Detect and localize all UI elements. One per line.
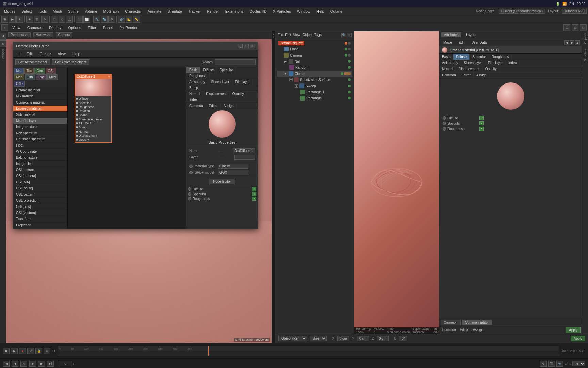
attr-roughness-check[interactable]: ✓ <box>479 127 484 131</box>
sidebar-icon-browser[interactable]: B <box>0 40 6 47</box>
ne-props-tab-bump[interactable]: Bump <box>186 85 201 91</box>
port-diffuse[interactable]: Diffuse <box>76 97 111 101</box>
menu-select[interactable]: Select <box>19 9 35 14</box>
ne-tab-gen[interactable]: Gen <box>34 68 45 74</box>
attr-forward-icon[interactable]: ▶ <box>570 40 574 45</box>
menu-cycles4d[interactable]: Cycles 4D <box>247 9 270 14</box>
ne-tab-tex[interactable]: Tex <box>24 68 34 74</box>
menu-character[interactable]: Character <box>122 9 144 14</box>
port-normal[interactable]: Normal <box>76 129 111 134</box>
ghost-btn[interactable]: ○ <box>44 348 50 354</box>
list-osl-texture[interactable]: OSL texture <box>13 167 67 173</box>
view-menu-prorender[interactable]: ProRender <box>117 25 140 30</box>
tree-expand-sweep[interactable]: ▼ <box>295 84 298 88</box>
attr-tab-basic[interactable]: Basic <box>439 54 453 60</box>
view-menu[interactable]: View <box>293 33 300 37</box>
menu-mesh[interactable]: Mesh <box>50 9 65 14</box>
specular-radio[interactable] <box>188 192 191 196</box>
view-menu-view[interactable]: View <box>10 25 23 30</box>
list-layered-material[interactable]: Layered material <box>13 106 67 112</box>
list-image-tiles[interactable]: Image tiles <box>13 161 67 167</box>
tree-null[interactable]: ▶ Null <box>277 58 352 64</box>
tree-plane[interactable]: Plane <box>277 46 352 52</box>
ne-props-tab-normal[interactable]: Normal <box>186 91 203 97</box>
ne-props-tab-basic[interactable]: Basic <box>186 67 200 73</box>
transport-play-rev[interactable]: ◁ <box>20 361 27 367</box>
transport-play-fwd[interactable]: ▶ <box>29 361 36 367</box>
attr-up-icon[interactable]: ▲ <box>575 40 580 45</box>
ne-tab-map[interactable]: Map <box>14 74 24 80</box>
tool-icon-13[interactable]: 🔩 <box>101 16 108 23</box>
menu-tracker[interactable]: Tracker <box>185 9 203 14</box>
sidebar-structure-label[interactable]: Structure <box>583 48 588 62</box>
list-rgb-spectrum[interactable]: Rgb spectrum <box>13 130 67 136</box>
list-osl-noise[interactable]: OSL[noise] <box>13 185 67 191</box>
tags-menu[interactable]: Tags <box>314 33 322 37</box>
get-active-tag-btn[interactable]: Get Active tag/object <box>52 59 89 65</box>
attr-tab-opacity[interactable]: Opacity <box>483 66 500 72</box>
tree-octane-rig-pro[interactable]: Octane Rig Pro <box>277 40 352 46</box>
tree-sweep[interactable]: ▼ Sweep <box>277 83 352 89</box>
attr-tab-sheen[interactable]: Sheen layer <box>461 60 485 66</box>
object-menu[interactable]: Object <box>303 33 312 37</box>
menu-volume[interactable]: Volume <box>82 9 100 14</box>
port-specular[interactable]: Specular <box>76 101 111 105</box>
menu-xparticles[interactable]: X-Particles <box>270 9 294 14</box>
view-menu-cameras[interactable]: Cameras <box>24 25 45 30</box>
ne-menu-view[interactable]: View <box>55 51 68 56</box>
tool-icon-9[interactable]: △ <box>66 16 73 23</box>
attr-diffuse-check[interactable]: ✓ <box>479 116 484 120</box>
transport-prev-frame[interactable]: ◀ <box>12 361 18 367</box>
list-sub-material[interactable]: Sub material <box>13 112 67 118</box>
ne-props-tab-film[interactable]: Film layer <box>232 79 253 85</box>
ne-props-tab-common[interactable]: Common <box>186 103 206 109</box>
view-menu-panel[interactable]: Panel <box>100 25 115 30</box>
ne-tab-med[interactable]: Med <box>47 74 58 80</box>
port-opacity[interactable]: Opacity <box>76 138 111 142</box>
ne-props-tab-assign[interactable]: Assign <box>221 103 237 109</box>
menu-octane[interactable]: Octane <box>328 9 345 14</box>
ne-props-tab-specular[interactable]: Specular <box>217 67 236 73</box>
ne-menu-create[interactable]: Create <box>37 51 53 56</box>
attr-tab-anisotropy[interactable]: Anisotropy <box>439 60 461 66</box>
ne-props-tab-anisotropy[interactable]: Anisotropy <box>186 79 208 85</box>
sidebar-icon-1[interactable]: ◀ <box>0 33 6 40</box>
transport-next-frame[interactable]: ▶ <box>38 361 45 367</box>
tool-icon-8[interactable]: ◇ <box>59 16 65 23</box>
transport-forward[interactable]: ▶| <box>47 361 54 367</box>
bottom-tab-editor[interactable]: Common Editor <box>462 320 492 325</box>
tree-expand-subdiv[interactable]: ▼ <box>289 78 293 81</box>
file-menu[interactable]: File <box>278 33 283 37</box>
view-menu-display[interactable]: Display <box>46 25 64 30</box>
view-icon-maximize[interactable]: □ <box>580 24 587 31</box>
menu-render[interactable]: Render <box>204 9 222 14</box>
port-sheen-roughness[interactable]: Sheen roughness <box>76 117 111 121</box>
search-input[interactable] <box>215 59 256 65</box>
ne-props-tab-editor[interactable]: Editor <box>206 103 221 109</box>
apply-btn[interactable]: Apply <box>566 327 581 333</box>
mattype-value[interactable]: Glossy <box>218 164 248 169</box>
settings-btn[interactable]: ⚙ <box>27 348 34 354</box>
port-sheen[interactable]: Sheen <box>76 113 111 117</box>
ne-props-tab-displacement[interactable]: Displacement <box>203 91 230 97</box>
scene-filter-icon[interactable]: ⊞ <box>347 33 352 37</box>
coord-system-select[interactable]: Object (Rel) <box>278 336 307 341</box>
list-w-coordinate[interactable]: W Coordinate <box>13 149 67 155</box>
menu-spline[interactable]: Spline <box>65 9 81 14</box>
record-btn[interactable]: ● <box>19 348 26 354</box>
ne-menu-hamburger[interactable]: ≡ <box>15 51 22 56</box>
tree-expand-cloner[interactable]: ▼ <box>284 72 287 75</box>
attr-tab-index[interactable]: Index <box>506 60 520 66</box>
ne-props-tab-opacity[interactable]: Opacity <box>230 91 247 97</box>
tree-subdiv-surface[interactable]: ▼ Subdivision Surface <box>277 77 352 83</box>
ne-tab-mat[interactable]: Mat <box>14 68 24 74</box>
ne-props-tab-index[interactable]: Index <box>186 97 200 103</box>
view-menu-filter[interactable]: Filter <box>85 25 99 30</box>
menu-modes[interactable]: Modes <box>1 9 18 14</box>
view-menu-options[interactable]: Options <box>65 25 84 30</box>
lock-btn[interactable]: 🔒 <box>35 348 42 354</box>
ne-tab-c4d[interactable]: C4D <box>14 81 25 87</box>
ne-props-tab-sheen[interactable]: Sheen layer <box>208 79 232 85</box>
window-close[interactable]: × <box>250 44 255 48</box>
tool-icon-16[interactable]: 📐 <box>126 16 132 23</box>
